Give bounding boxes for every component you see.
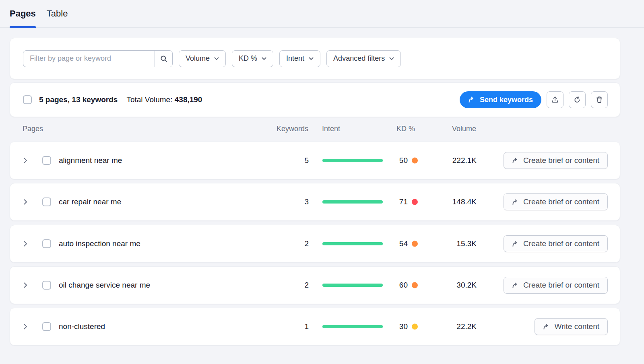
kd-dot-icon (412, 241, 418, 247)
column-header-kd: KD % (396, 125, 415, 133)
keywords-count: 3 (248, 197, 309, 206)
intent-bar (322, 200, 383, 204)
page-name: car repair near me (59, 197, 121, 206)
kd-value: 50 (384, 156, 408, 165)
send-keywords-button[interactable]: Send keywords (460, 91, 541, 108)
action-label: Write content (554, 322, 599, 331)
kd-value: 60 (384, 281, 408, 290)
kd-dot-icon (412, 199, 418, 205)
search-input[interactable] (23, 51, 155, 67)
total-volume: Total Volume: 438,190 (126, 95, 202, 104)
page-row: oil change service near me 2 60 30.2K Cr… (10, 266, 620, 304)
view-tabbar: Pages Table (0, 0, 644, 28)
filter-volume-label: Volume (186, 54, 210, 63)
kd-dot-icon (412, 158, 418, 164)
action-label: Create brief or content (523, 239, 599, 248)
tab-pages[interactable]: Pages (10, 0, 36, 27)
kd-value: 30 (384, 322, 408, 331)
keyword-strategy-page: Pages Table Volume KD % (0, 0, 644, 364)
action-label: Create brief or content (523, 281, 599, 290)
page-row: auto inspection near me 2 54 15.3K Creat… (10, 225, 620, 263)
action-label: Create brief or content (523, 197, 599, 206)
tab-pages-label: Pages (10, 8, 36, 19)
kd-dot-icon (412, 324, 418, 330)
create-brief-button[interactable]: Create brief or content (504, 152, 608, 169)
summary-actions: Send keywords (460, 91, 608, 108)
volume-value: 30.2K (424, 281, 477, 290)
active-tab-underline (10, 26, 36, 28)
refresh-button[interactable] (569, 91, 586, 108)
send-arrow-icon (512, 282, 519, 288)
chevron-down-icon (214, 57, 219, 60)
keywords-count: 2 (248, 281, 309, 290)
filter-volume-dropdown[interactable]: Volume (179, 50, 226, 67)
filter-advanced-label: Advanced filters (333, 54, 385, 63)
total-volume-value: 438,190 (175, 95, 202, 104)
volume-value: 222.1K (424, 156, 477, 165)
tab-table-label: Table (47, 8, 68, 19)
chevron-down-icon (262, 57, 266, 60)
delete-button[interactable] (591, 91, 608, 108)
refresh-icon (574, 96, 581, 103)
filter-advanced-dropdown[interactable]: Advanced filters (326, 50, 401, 67)
expand-row-button[interactable] (21, 239, 30, 249)
export-button[interactable] (547, 91, 564, 108)
kd-value: 71 (384, 197, 408, 206)
send-arrow-icon (468, 97, 475, 103)
chevron-right-icon (24, 241, 27, 247)
chevron-down-icon (389, 57, 394, 60)
column-header-intent: Intent (322, 125, 340, 133)
send-arrow-icon (512, 241, 519, 247)
volume-value: 22.2K (424, 322, 477, 331)
expand-row-button[interactable] (21, 280, 30, 290)
filter-kd-dropdown[interactable]: KD % (232, 50, 273, 67)
intent-bar (322, 284, 383, 287)
volume-value: 15.3K (424, 239, 477, 248)
kd-dot-icon (412, 282, 418, 288)
expand-row-button[interactable] (21, 156, 30, 165)
search-button[interactable] (155, 51, 172, 67)
page-row: non-clustered 1 30 22.2K Write content (10, 308, 620, 345)
column-header-pages: Pages (23, 125, 43, 133)
send-keywords-label: Send keywords (480, 96, 533, 104)
filter-kd-label: KD % (239, 54, 257, 63)
tab-table[interactable]: Table (47, 0, 68, 27)
action-label: Create brief or content (523, 156, 599, 165)
filters-bar: Volume KD % Intent Advanced filters (10, 38, 620, 79)
send-arrow-icon (543, 324, 550, 330)
selection-summary: 5 pages, 13 keywords (39, 95, 118, 104)
keywords-count: 5 (248, 156, 309, 165)
row-checkbox[interactable] (42, 156, 51, 165)
row-checkbox[interactable] (42, 281, 51, 290)
column-headers: Pages Keywords Intent KD % Volume (10, 124, 620, 135)
create-brief-button[interactable]: Create brief or content (504, 277, 608, 294)
filter-intent-dropdown[interactable]: Intent (279, 50, 320, 67)
keywords-count: 2 (248, 239, 309, 248)
page-row: car repair near me 3 71 148.4K Create br… (10, 183, 620, 221)
expand-row-button[interactable] (21, 322, 30, 331)
create-brief-button[interactable]: Create brief or content (504, 235, 608, 252)
kd-value: 54 (384, 239, 408, 248)
send-arrow-icon (512, 199, 519, 205)
search-group (23, 50, 173, 67)
chevron-right-icon (24, 199, 27, 205)
row-checkbox[interactable] (42, 197, 51, 206)
chevron-right-icon (24, 158, 27, 163)
search-icon (160, 55, 167, 62)
summary-bar: 5 pages, 13 keywords Total Volume: 438,1… (10, 82, 620, 117)
chevron-down-icon (309, 57, 314, 60)
page-name: auto inspection near me (59, 239, 140, 248)
intent-bar (322, 325, 383, 328)
write-content-button[interactable]: Write content (535, 318, 608, 335)
create-brief-button[interactable]: Create brief or content (504, 193, 608, 210)
row-checkbox[interactable] (42, 239, 51, 248)
select-all-checkbox[interactable] (23, 95, 32, 104)
page-name: non-clustered (59, 322, 105, 331)
page-name: alignment near me (59, 156, 122, 165)
keywords-count: 1 (248, 322, 309, 331)
chevron-right-icon (24, 324, 27, 329)
expand-row-button[interactable] (21, 197, 30, 207)
column-header-volume: Volume (424, 125, 476, 133)
trash-icon (596, 96, 603, 103)
row-checkbox[interactable] (42, 322, 51, 331)
